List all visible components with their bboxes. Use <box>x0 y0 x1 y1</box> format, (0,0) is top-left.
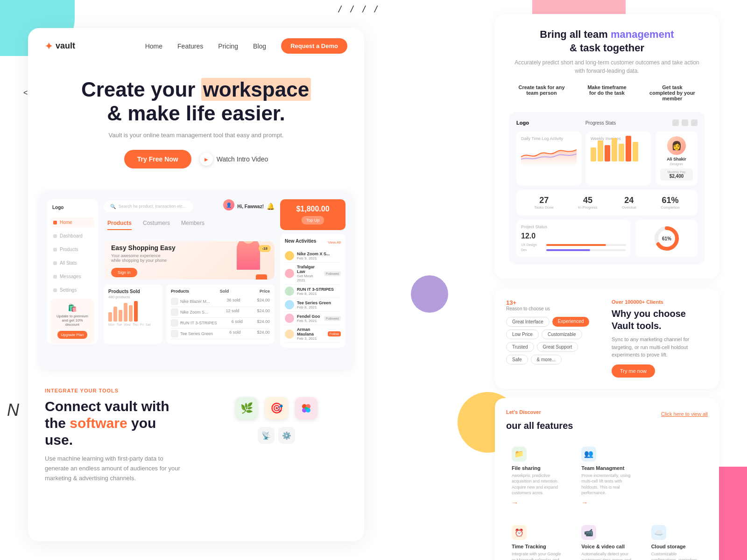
product-4-info: Tee Series Green <box>171 330 213 337</box>
nav-blog[interactable]: Blog <box>253 42 266 50</box>
watch-video-button[interactable]: ▶ Watch Intro Video <box>200 153 268 166</box>
tag-experienced[interactable]: Experienced <box>552 317 590 327</box>
table-row-3: RUN IT 3-STRIPES 6 sold$24.00 <box>171 318 270 329</box>
tag-low-price[interactable]: Low Price <box>506 329 539 339</box>
products-sold-count: 480 products <box>108 295 158 299</box>
vault-reason-label: Reason to choose us <box>506 306 602 311</box>
mock-search-bar[interactable]: 🔍 Search he product, transaction etc... <box>104 201 193 212</box>
integrate-title: Connect vault withthe software you use. <box>45 398 187 448</box>
mgmt-highlight: management <box>611 28 674 40</box>
integrate-layout: INTEGRATE YOUR TOOLS Connect vault witht… <box>45 388 347 492</box>
icon-share: 📡 <box>258 427 275 444</box>
integrate-subtitle: Use machine learning with first-party da… <box>45 454 187 483</box>
dc-header-icons <box>672 119 698 126</box>
activity-2-name: Trafalgar Law <box>297 265 321 274</box>
products-sold-row: Products Sold 480 products MonTueWedThuF… <box>104 284 275 344</box>
mock-user-area: 👤 Hi, Fawwaz! 🔔 <box>223 199 275 213</box>
nav-home[interactable]: Home <box>145 42 162 50</box>
stat-24-value: 24 <box>622 196 636 205</box>
activity-3-name: RUN IT 3-STRIPES <box>297 287 341 292</box>
stat-27-label: Tasks Done <box>534 205 554 210</box>
bar-5 <box>129 305 133 322</box>
dc-header: Logo Progress Stats <box>516 119 698 126</box>
dc-pay-label: Monthly Pay <box>662 170 691 174</box>
menu-dot-dashboard <box>53 234 57 238</box>
mock-menu-products[interactable]: Products <box>50 245 94 254</box>
dc-stat-45: 45 In Progress <box>578 196 598 210</box>
features-discover-row: Let's Discover <box>506 409 602 418</box>
feature-file-sharing-name: File sharing <box>512 465 563 471</box>
integrate-text: INTEGRATE YOUR TOOLS Connect vault witht… <box>45 388 187 492</box>
mock-menu-home[interactable]: Home <box>50 217 94 227</box>
tab-products[interactable]: Products <box>107 220 132 230</box>
product-3-sold: 6 sold <box>232 319 243 327</box>
features-view-all-link[interactable]: Click here to view all <box>661 411 708 417</box>
mock-menu-stats[interactable]: All Stats <box>50 258 94 268</box>
vault-inner: 13+ Reason to choose us Great Interface … <box>506 299 708 378</box>
request-demo-button[interactable]: Request a Demo <box>281 38 347 54</box>
products-sold-card: Products Sold 480 products MonTueWedThuF… <box>104 284 162 344</box>
tag-safe[interactable]: Safe <box>506 355 528 364</box>
bar-6 <box>134 301 138 322</box>
products-bar-chart <box>108 303 158 322</box>
activity-3-date: Feb 8, 2021 <box>297 292 341 296</box>
icon-target: 🎯 <box>265 397 288 420</box>
dc-stat-24: 24 Overdue <box>622 196 636 210</box>
doodle-lt: < <box>23 89 28 97</box>
wavy-doodle: / / / / <box>338 4 380 14</box>
wbar-6 <box>626 136 631 161</box>
dc-charts-row: Daily Time Log Activity <box>516 132 698 185</box>
dashboard-mockup: Logo Home Dashboard Products All Stats <box>39 192 353 369</box>
nav-features[interactable]: Features <box>177 42 203 50</box>
tag-more[interactable]: & more... <box>531 355 562 364</box>
feature-voice-video: 📹 Voice & video call Automatically detec… <box>576 519 638 560</box>
menu-dashboard-label: Dashboard <box>60 233 83 238</box>
feature-time-tracking-name: Time Tracking <box>512 544 563 549</box>
progress-fill-1 <box>546 244 606 246</box>
features-title: our all features <box>506 420 602 432</box>
nav-pricing[interactable]: Pricing <box>218 42 238 50</box>
feature-file-sharing-arrow[interactable]: → <box>512 499 563 506</box>
upgrade-button[interactable]: Upgrade Plan <box>57 331 88 339</box>
product-1-info: Nike Blazer M... <box>171 298 210 305</box>
product-1-sold: 36 sold <box>226 298 240 305</box>
shopping-bag <box>256 274 267 280</box>
view-all-link[interactable]: View All <box>328 240 341 245</box>
mock-main-content: 🔍 Search he product, transaction etc... … <box>104 199 275 344</box>
integration-icons: 🌿 🎯 <box>235 397 317 420</box>
mock-hero-text: Easy Shopping Easy Your awesome experien… <box>111 244 224 277</box>
balance-amount: $1,800.00 <box>286 205 340 213</box>
mock-right-column: $1,800.00 Top Up New Activities View All… <box>280 199 345 344</box>
table-row-1: Nike Blazer M... 36 sold$24.00 <box>171 296 270 307</box>
menu-dot-stats <box>53 261 57 265</box>
search-placeholder: Search he product, transaction etc... <box>119 204 186 209</box>
tag-great-interface[interactable]: Great Interface <box>506 317 550 327</box>
feature-voice-video-name: Voice & video call <box>581 544 632 549</box>
mgmt-section: Bring all team management & task togethe… <box>495 14 719 279</box>
product-2-sold: 12 sold <box>226 308 239 316</box>
activity-2-avatar <box>285 269 294 278</box>
vault-tags-col: 13+ Reason to choose us Great Interface … <box>506 299 602 378</box>
tag-customizable[interactable]: Customizable <box>542 329 582 339</box>
vault-try-button[interactable]: Try me now <box>612 364 655 378</box>
product-1-price: $24.00 <box>257 298 270 305</box>
tab-members[interactable]: Members <box>181 220 204 230</box>
mock-menu-messages[interactable]: Messages <box>50 272 94 281</box>
hero-highlight: workspace <box>201 78 311 101</box>
vault-title: Why you chooseVault tools. <box>612 308 708 332</box>
hero-card-signin-button[interactable]: Sign in <box>111 268 137 277</box>
tab-customers[interactable]: Costumers <box>143 220 170 230</box>
menu-home-label: Home <box>60 220 72 225</box>
mock-menu-dashboard[interactable]: Dashboard <box>50 231 94 241</box>
activities-card: New Activities View All Nike Zoom X S...… <box>280 234 345 348</box>
activities-title: New Activities <box>285 238 316 244</box>
product-2-img <box>171 308 178 316</box>
features-title-block: Let's Discover our all features <box>506 409 602 432</box>
try-free-button[interactable]: Try Free Now <box>124 150 191 168</box>
tag-great-support[interactable]: Great Support <box>537 342 578 352</box>
topup-button[interactable]: Top Up <box>302 216 324 224</box>
mock-menu-settings[interactable]: Settings <box>50 285 94 295</box>
feature-team-mgmt-arrow[interactable]: → <box>581 499 632 506</box>
tag-trusted[interactable]: Trusted <box>506 342 534 352</box>
feature-team-mgmt: 👥 Team Managment Prove incrementally, us… <box>576 441 638 512</box>
